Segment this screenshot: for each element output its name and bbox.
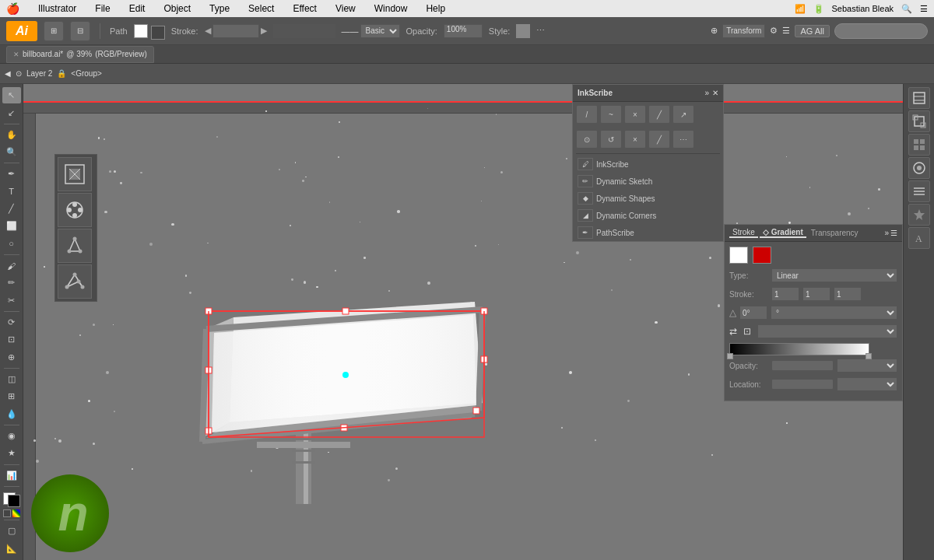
menu-help[interactable]: Help (423, 3, 448, 14)
type-select[interactable]: Linear (771, 268, 897, 282)
transparency-tab[interactable]: Transparency (808, 229, 862, 237)
mode-icon-3[interactable] (58, 229, 92, 263)
inkscribe-tool-5[interactable]: ↗ (672, 105, 694, 124)
dynamic-corners-item[interactable]: ◢ Dynamic Corners (573, 207, 723, 224)
menu-file[interactable]: File (92, 3, 113, 14)
inkscribe-tool-6[interactable]: ⊙ (576, 130, 598, 149)
gradient-stop-right[interactable] (866, 353, 872, 359)
stroke-num-input[interactable] (771, 287, 799, 301)
pen-tool[interactable]: ✒ (2, 166, 21, 182)
dynamic-shapes-item[interactable]: ◆ Dynamic Shapes (573, 190, 723, 207)
mode-icon-2[interactable] (58, 193, 92, 227)
menu-view[interactable]: View (332, 3, 359, 14)
gradient-stop-left[interactable] (727, 353, 733, 359)
artboards-btn[interactable] (908, 110, 930, 132)
inkscribe-item[interactable]: 🖊 InkScribe (573, 156, 723, 173)
zoom-tool[interactable]: 🔍 (2, 144, 21, 160)
white-swatch[interactable] (729, 247, 748, 264)
paintbrush-tool[interactable]: 🖌 (2, 257, 21, 274)
rotate-tool[interactable]: ⟳ (2, 314, 21, 331)
stroke-arrow-left[interactable]: ◀ (205, 26, 211, 36)
stroke-input[interactable] (212, 24, 259, 38)
appearance-btn[interactable] (908, 204, 930, 226)
inkscribe-tool-7[interactable]: ↺ (600, 130, 622, 149)
inkscribe-tool-2[interactable]: ~ (600, 105, 622, 124)
hand-tool[interactable]: ✋ (2, 127, 21, 143)
opacity-input[interactable]: 100% (444, 24, 483, 38)
inkscribe-tool-10[interactable]: ⋯ (672, 130, 694, 149)
reverse-select[interactable] (757, 324, 897, 338)
character-styles-btn[interactable]: A (908, 227, 930, 249)
mode-icon-1[interactable] (58, 157, 92, 191)
gradient-tab[interactable]: ◇ Gradient (760, 228, 806, 238)
panel-expand-btn[interactable]: » (884, 229, 889, 237)
inkscribe-tool-1[interactable]: / (576, 105, 598, 124)
libraries-btn[interactable] (908, 180, 930, 202)
type-tool[interactable]: T (2, 184, 21, 200)
none-btn[interactable] (3, 509, 11, 517)
column-graph-tool[interactable]: 📊 (2, 467, 21, 483)
eyedropper-tool[interactable]: 💧 (2, 406, 21, 422)
fill-swatch[interactable] (134, 24, 148, 38)
angle-select[interactable]: ° (771, 306, 897, 320)
apple-menu[interactable]: 🍎 (6, 2, 19, 15)
style-options-icon[interactable]: ⋯ (536, 26, 545, 36)
stroke-num-input2[interactable] (802, 287, 830, 301)
pencil-tool[interactable]: ✏ (2, 275, 21, 291)
draw-normal-btn[interactable]: ▢ (2, 523, 21, 539)
location-select[interactable] (837, 377, 897, 391)
menu-type[interactable]: Type (206, 3, 233, 14)
direct-select-tool[interactable]: ↙ (2, 104, 21, 121)
location-slider[interactable] (771, 379, 834, 390)
inkscribe-collapse[interactable]: » (704, 89, 709, 97)
assets-btn[interactable] (908, 134, 930, 156)
stroke-tab[interactable]: Stroke (729, 228, 758, 238)
extra-options-icon[interactable]: ☰ (782, 26, 790, 36)
tab-close[interactable]: ✕ (13, 51, 19, 58)
style-swatch[interactable] (516, 24, 530, 38)
symbol-tool[interactable]: ★ (2, 445, 21, 461)
menu-select[interactable]: Select (245, 3, 277, 14)
warp-tool[interactable]: ⊕ (2, 349, 21, 366)
select-tool[interactable]: ↖ (2, 87, 21, 103)
inkscribe-tool-9[interactable]: ╱ (648, 130, 670, 149)
menu-illustrator[interactable]: Illustrator (35, 3, 79, 14)
inkscribe-tool-8[interactable]: × (624, 130, 646, 149)
gradient-btn[interactable] (12, 509, 20, 517)
dynamic-sketch-item[interactable]: ✏ Dynamic Sketch (573, 173, 723, 190)
mode-icon-4[interactable] (58, 264, 92, 299)
brush-select[interactable]: Basic (360, 24, 400, 38)
back-arrow[interactable]: ◀ (5, 69, 11, 78)
canvas-area[interactable]: // Ruler ticks - will be drawn inline (23, 84, 903, 560)
angle-input[interactable] (739, 306, 767, 320)
fill-color-swatch[interactable] (3, 492, 20, 508)
line-tool[interactable]: ╱ (2, 201, 21, 217)
artboard-tool[interactable]: 📐 (2, 541, 21, 557)
search-icon[interactable]: 🔍 (901, 4, 912, 14)
stroke-weight[interactable] (273, 24, 335, 38)
opacity-select[interactable] (837, 359, 897, 373)
properties-btn[interactable] (908, 157, 930, 179)
document-tab[interactable]: ✕ billboard.ai* @ 39% (RGB/Preview) (6, 46, 154, 63)
menu-window[interactable]: Window (371, 3, 411, 14)
scissors-tool[interactable]: ✂ (2, 292, 21, 309)
ag-all-btn[interactable]: AG All (795, 25, 830, 37)
red-swatch[interactable] (753, 247, 771, 264)
stroke-num-input3[interactable] (834, 287, 862, 301)
gradient-bar[interactable] (729, 343, 869, 355)
inkscribe-tool-3[interactable]: × (624, 105, 646, 124)
transform-options-icon[interactable]: ⚙ (770, 26, 778, 36)
mesh-tool[interactable]: ⊞ (2, 388, 21, 404)
gradient-tool[interactable]: ◫ (2, 371, 21, 387)
scale-tool[interactable]: ⊡ (2, 331, 21, 348)
transform-button[interactable]: Transform (722, 24, 765, 38)
opacity-slider[interactable] (771, 360, 834, 371)
arrangement-btn[interactable]: ⊟ (70, 21, 90, 41)
panel-menu-btn[interactable]: ☰ (890, 229, 897, 237)
inkscribe-close[interactable]: ✕ (712, 89, 718, 97)
stroke-swatch[interactable] (151, 26, 165, 40)
layers-btn[interactable] (908, 87, 930, 109)
stroke-arrow-right[interactable]: ▶ (261, 26, 267, 36)
rect-tool[interactable]: ⬜ (2, 218, 21, 234)
menu-effect[interactable]: Effect (290, 3, 319, 14)
